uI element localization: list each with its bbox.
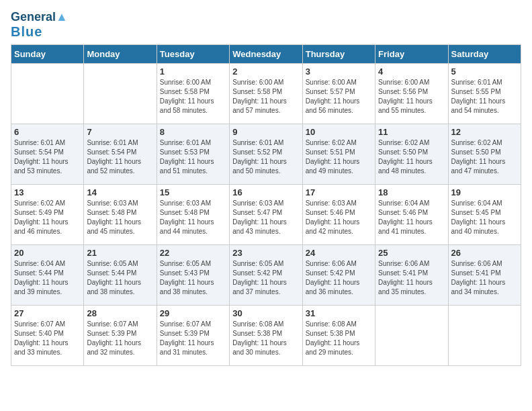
day-info: Sunrise: 6:06 AM Sunset: 5:41 PM Dayligh… [378, 259, 445, 297]
calendar-week-row: 1Sunrise: 6:00 AM Sunset: 5:58 PM Daylig… [11, 63, 521, 124]
day-info: Sunrise: 6:05 AM Sunset: 5:43 PM Dayligh… [160, 259, 226, 297]
calendar-cell: 2Sunrise: 6:00 AM Sunset: 5:58 PM Daylig… [230, 63, 302, 124]
day-info: Sunrise: 6:04 AM Sunset: 5:44 PM Dayligh… [14, 259, 81, 297]
day-info: Sunrise: 6:05 AM Sunset: 5:44 PM Dayligh… [87, 259, 153, 297]
calendar-cell: 17Sunrise: 6:03 AM Sunset: 5:46 PM Dayli… [302, 184, 375, 244]
day-of-week-header: Friday [375, 44, 448, 63]
day-number: 17 [306, 187, 372, 197]
day-info: Sunrise: 6:02 AM Sunset: 5:51 PM Dayligh… [306, 138, 372, 176]
calendar-cell: 22Sunrise: 6:05 AM Sunset: 5:43 PM Dayli… [157, 244, 229, 305]
calendar-cell [84, 63, 157, 124]
day-of-week-header: Saturday [448, 44, 521, 63]
calendar-week-row: 13Sunrise: 6:02 AM Sunset: 5:49 PM Dayli… [11, 184, 521, 244]
day-number: 30 [232, 308, 299, 318]
calendar-cell: 10Sunrise: 6:02 AM Sunset: 5:51 PM Dayli… [302, 124, 375, 184]
calendar-cell: 23Sunrise: 6:05 AM Sunset: 5:42 PM Dayli… [230, 244, 302, 305]
day-info: Sunrise: 6:08 AM Sunset: 5:38 PM Dayligh… [232, 320, 299, 357]
day-number: 25 [378, 248, 445, 258]
calendar-cell: 28Sunrise: 6:07 AM Sunset: 5:39 PM Dayli… [84, 305, 157, 365]
day-number: 4 [378, 66, 445, 77]
day-info: Sunrise: 6:02 AM Sunset: 5:49 PM Dayligh… [14, 199, 81, 236]
day-number: 11 [378, 127, 445, 137]
day-number: 29 [160, 308, 226, 318]
day-number: 3 [306, 66, 372, 77]
calendar-cell: 25Sunrise: 6:06 AM Sunset: 5:41 PM Dayli… [375, 244, 448, 305]
calendar-cell: 4Sunrise: 6:00 AM Sunset: 5:56 PM Daylig… [375, 63, 448, 124]
calendar-cell [448, 305, 521, 365]
day-info: Sunrise: 6:07 AM Sunset: 5:40 PM Dayligh… [14, 320, 81, 357]
day-of-week-header: Wednesday [230, 44, 302, 63]
day-info: Sunrise: 6:07 AM Sunset: 5:39 PM Dayligh… [160, 320, 226, 357]
calendar-table: SundayMondayTuesdayWednesdayThursdayFrid… [11, 44, 521, 366]
calendar-cell: 19Sunrise: 6:04 AM Sunset: 5:45 PM Dayli… [448, 184, 521, 244]
header: General▲ Blue [11, 11, 521, 39]
day-info: Sunrise: 6:08 AM Sunset: 5:38 PM Dayligh… [306, 320, 372, 357]
calendar-header-row: SundayMondayTuesdayWednesdayThursdayFrid… [11, 44, 521, 63]
day-of-week-header: Sunday [11, 44, 84, 63]
day-info: Sunrise: 6:01 AM Sunset: 5:53 PM Dayligh… [160, 138, 226, 176]
calendar-cell: 31Sunrise: 6:08 AM Sunset: 5:38 PM Dayli… [302, 305, 375, 365]
day-number: 31 [306, 308, 372, 318]
day-of-week-header: Thursday [302, 44, 375, 63]
day-number: 22 [160, 248, 226, 258]
day-number: 24 [306, 248, 372, 258]
day-info: Sunrise: 6:00 AM Sunset: 5:58 PM Dayligh… [160, 78, 226, 116]
day-number: 8 [160, 127, 226, 137]
day-number: 28 [87, 308, 153, 318]
calendar-week-row: 20Sunrise: 6:04 AM Sunset: 5:44 PM Dayli… [11, 244, 521, 305]
calendar-cell: 9Sunrise: 6:01 AM Sunset: 5:52 PM Daylig… [230, 124, 302, 184]
calendar-cell: 3Sunrise: 6:00 AM Sunset: 5:57 PM Daylig… [302, 63, 375, 124]
day-info: Sunrise: 6:07 AM Sunset: 5:39 PM Dayligh… [87, 320, 153, 357]
day-number: 2 [232, 66, 299, 77]
calendar-cell: 15Sunrise: 6:03 AM Sunset: 5:48 PM Dayli… [157, 184, 229, 244]
day-info: Sunrise: 6:03 AM Sunset: 5:47 PM Dayligh… [232, 199, 299, 236]
calendar-cell: 11Sunrise: 6:02 AM Sunset: 5:50 PM Dayli… [375, 124, 448, 184]
calendar-cell: 14Sunrise: 6:03 AM Sunset: 5:48 PM Dayli… [84, 184, 157, 244]
calendar-cell: 20Sunrise: 6:04 AM Sunset: 5:44 PM Dayli… [11, 244, 84, 305]
calendar-cell: 16Sunrise: 6:03 AM Sunset: 5:47 PM Dayli… [230, 184, 302, 244]
day-number: 18 [378, 187, 445, 197]
day-number: 23 [232, 248, 299, 258]
calendar-cell: 13Sunrise: 6:02 AM Sunset: 5:49 PM Dayli… [11, 184, 84, 244]
day-info: Sunrise: 6:03 AM Sunset: 5:48 PM Dayligh… [87, 199, 153, 236]
calendar-cell: 6Sunrise: 6:01 AM Sunset: 5:54 PM Daylig… [11, 124, 84, 184]
day-of-week-header: Tuesday [157, 44, 229, 63]
day-number: 7 [87, 127, 153, 137]
day-info: Sunrise: 6:03 AM Sunset: 5:48 PM Dayligh… [160, 199, 226, 236]
calendar-cell: 26Sunrise: 6:06 AM Sunset: 5:41 PM Dayli… [448, 244, 521, 305]
day-info: Sunrise: 6:04 AM Sunset: 5:46 PM Dayligh… [378, 199, 445, 236]
day-info: Sunrise: 6:00 AM Sunset: 5:58 PM Dayligh… [232, 78, 299, 116]
day-number: 5 [451, 66, 518, 77]
day-info: Sunrise: 6:00 AM Sunset: 5:56 PM Dayligh… [378, 78, 445, 116]
day-info: Sunrise: 6:01 AM Sunset: 5:52 PM Dayligh… [232, 138, 299, 176]
day-number: 15 [160, 187, 226, 197]
day-number: 13 [14, 187, 81, 197]
day-number: 27 [14, 308, 81, 318]
day-info: Sunrise: 6:02 AM Sunset: 5:50 PM Dayligh… [378, 138, 445, 176]
day-info: Sunrise: 6:01 AM Sunset: 5:54 PM Dayligh… [87, 138, 153, 176]
day-number: 20 [14, 248, 81, 258]
day-info: Sunrise: 6:02 AM Sunset: 5:50 PM Dayligh… [451, 138, 518, 176]
day-info: Sunrise: 6:05 AM Sunset: 5:42 PM Dayligh… [232, 259, 299, 297]
day-info: Sunrise: 6:00 AM Sunset: 5:57 PM Dayligh… [306, 78, 372, 116]
calendar-cell: 7Sunrise: 6:01 AM Sunset: 5:54 PM Daylig… [84, 124, 157, 184]
day-info: Sunrise: 6:01 AM Sunset: 5:55 PM Dayligh… [451, 78, 518, 116]
day-number: 9 [232, 127, 299, 137]
day-number: 6 [14, 127, 81, 137]
calendar-cell: 27Sunrise: 6:07 AM Sunset: 5:40 PM Dayli… [11, 305, 84, 365]
day-number: 21 [87, 248, 153, 258]
calendar-cell [11, 63, 84, 124]
day-number: 16 [232, 187, 299, 197]
day-of-week-header: Monday [84, 44, 157, 63]
day-info: Sunrise: 6:06 AM Sunset: 5:42 PM Dayligh… [306, 259, 372, 297]
calendar-cell [375, 305, 448, 365]
calendar-cell: 24Sunrise: 6:06 AM Sunset: 5:42 PM Dayli… [302, 244, 375, 305]
calendar-cell: 5Sunrise: 6:01 AM Sunset: 5:55 PM Daylig… [448, 63, 521, 124]
day-info: Sunrise: 6:06 AM Sunset: 5:41 PM Dayligh… [451, 259, 518, 297]
calendar-cell: 21Sunrise: 6:05 AM Sunset: 5:44 PM Dayli… [84, 244, 157, 305]
day-number: 10 [306, 127, 372, 137]
day-info: Sunrise: 6:04 AM Sunset: 5:45 PM Dayligh… [451, 199, 518, 236]
day-number: 1 [160, 66, 226, 77]
calendar-cell: 8Sunrise: 6:01 AM Sunset: 5:53 PM Daylig… [157, 124, 229, 184]
calendar-week-row: 27Sunrise: 6:07 AM Sunset: 5:40 PM Dayli… [11, 305, 521, 365]
